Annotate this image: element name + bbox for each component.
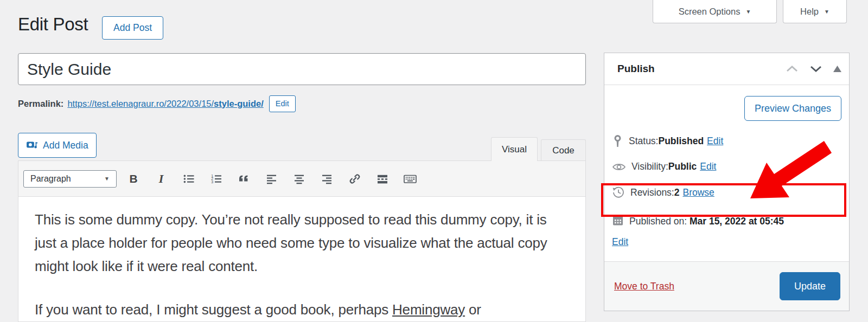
media-icon (26, 139, 38, 151)
italic-icon: I (159, 172, 164, 186)
editor-toolbar: Paragraph ▼ B I 1 2 3 (18, 160, 586, 197)
svg-text:3: 3 (211, 180, 213, 184)
align-center-button[interactable] (291, 170, 308, 188)
screen-options-button[interactable]: Screen Options ▼ (653, 0, 777, 23)
add-media-button[interactable]: Add Media (18, 133, 97, 158)
revisions-browse-link[interactable]: Browse (682, 187, 714, 198)
numbered-list-icon: 1 2 3 (210, 172, 223, 185)
move-to-trash-link[interactable]: Move to Trash (614, 281, 674, 292)
visibility-eye-icon (612, 162, 626, 172)
content-paragraph-1: This is some dummy copy. You’re not real… (35, 208, 569, 278)
published-on-row: Published on: Mar 15, 2022 at 05:45 Edit (612, 212, 841, 250)
italic-button[interactable]: I (153, 170, 169, 188)
move-up-icon[interactable] (786, 65, 799, 73)
align-left-icon (265, 172, 278, 185)
content-paragraph-2: If you want to read, I might suggest a g… (35, 298, 569, 321)
revisions-label: Revisions: (630, 187, 674, 198)
visibility-value: Public (668, 161, 697, 172)
calendar-icon (612, 214, 624, 232)
visibility-label: Visibility: (631, 161, 668, 172)
tab-visual[interactable]: Visual (491, 137, 538, 161)
status-pin-icon (612, 134, 623, 147)
align-center-icon (293, 172, 306, 185)
preview-changes-button[interactable]: Preview Changes (744, 96, 841, 121)
keyboard-shortcuts-button[interactable] (402, 170, 418, 188)
tab-code[interactable]: Code (541, 139, 586, 161)
publish-panel-header[interactable]: Publish (604, 53, 849, 85)
revisions-count: 2 (674, 187, 680, 198)
publish-panel: Publish Preview Changes Status: Publ (604, 53, 850, 311)
permalink-label: Permalink: (18, 99, 63, 109)
status-value: Published (658, 136, 704, 147)
more-tag-icon (376, 172, 389, 185)
publishing-actions: Move to Trash Update (604, 261, 849, 311)
screen-options-label: Screen Options (679, 7, 741, 17)
visibility-edit-link[interactable]: Edit (700, 161, 716, 172)
chevron-down-icon: ▼ (104, 176, 110, 182)
link-icon (348, 172, 361, 185)
add-media-label: Add Media (43, 140, 88, 151)
published-on-label: Published on: (629, 216, 690, 227)
keyboard-shortcuts-icon (403, 172, 417, 185)
status-label: Status: (629, 136, 658, 147)
bold-button[interactable]: B (125, 170, 142, 188)
page-title: Edit Post (18, 14, 88, 35)
collapse-toggle-icon[interactable] (833, 66, 841, 72)
update-button[interactable]: Update (780, 272, 840, 300)
help-button[interactable]: Help ▼ (783, 0, 847, 23)
more-tag-button[interactable] (374, 170, 391, 188)
align-right-button[interactable] (319, 170, 335, 188)
numbered-list-button[interactable]: 1 2 3 (208, 170, 225, 188)
status-row: Status: Published Edit (612, 134, 841, 147)
editor-content-area[interactable]: This is some dummy copy. You’re not real… (18, 196, 586, 322)
add-post-button[interactable]: Add Post (102, 16, 163, 40)
bulleted-list-button[interactable] (181, 170, 197, 188)
revisions-history-icon (612, 186, 625, 199)
chevron-down-icon: ▼ (824, 9, 829, 15)
bulleted-list-icon (182, 172, 195, 185)
permalink: Permalink: https://test.elenagraur.ro/20… (18, 94, 296, 113)
align-left-button[interactable] (264, 170, 280, 188)
publish-panel-title: Publish (617, 63, 655, 75)
hemingway-link[interactable]: Hemingway (392, 301, 465, 318)
status-edit-link[interactable]: Edit (707, 136, 723, 147)
post-title-input[interactable] (18, 53, 586, 85)
revisions-row: Revisions: 2 Browse (612, 186, 841, 199)
blockquote-icon (238, 172, 251, 185)
block-format-value: Paragraph (30, 174, 71, 184)
move-down-icon[interactable] (809, 65, 822, 73)
bold-icon: B (129, 172, 137, 185)
permalink-edit-button[interactable]: Edit (269, 95, 296, 112)
block-format-select[interactable]: Paragraph ▼ (23, 170, 117, 188)
blockquote-button[interactable] (236, 170, 252, 188)
visibility-row: Visibility: Public Edit (612, 161, 841, 172)
published-on-value: Mar 15, 2022 at 05:45 (690, 216, 784, 227)
published-on-edit-link[interactable]: Edit (612, 236, 628, 247)
link-button[interactable] (347, 170, 363, 188)
help-label: Help (800, 7, 819, 17)
permalink-link[interactable]: https://test.elenagraur.ro/2022/03/15/st… (67, 99, 263, 109)
align-right-icon (321, 172, 334, 185)
chevron-down-icon: ▼ (745, 9, 751, 15)
permalink-slug[interactable]: style-guide/ (214, 99, 264, 108)
